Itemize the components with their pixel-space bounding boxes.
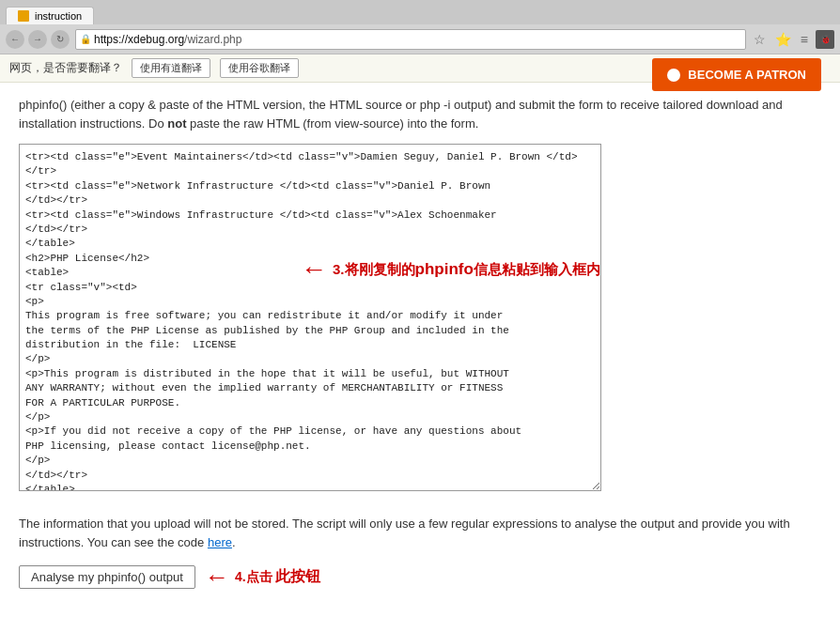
annotation-4-prefix: 4.点击 (235, 569, 276, 584)
intro-text-2: paste the raw HTML (from view-source) in… (186, 116, 478, 131)
page-intro: phpinfo() (either a copy & paste of the … (19, 96, 821, 132)
translation-prompt: 网页，是否需要翻译？ (9, 60, 122, 76)
intro-not: not (167, 116, 186, 131)
annotation-4-click: 此按钮 (275, 568, 320, 584)
patron-icon (667, 69, 680, 82)
forward-button[interactable]: → (28, 30, 47, 49)
tab-title: instruction (35, 10, 82, 22)
bottom-section: The information that you upload will not… (19, 503, 821, 592)
url-display: https://xdebug.org/wizard.php (94, 33, 241, 46)
url-domain: https://xdebug.org (94, 33, 184, 46)
nav-buttons: ← → ↻ (6, 30, 70, 49)
back-button[interactable]: ← (6, 30, 24, 49)
phpinfo-section: <tr><td class="e">Event Maintainers</td>… (19, 144, 821, 494)
bookmark-star-icon[interactable]: ☆ (752, 30, 768, 49)
annotation-4: ← 4.点击 此按钮 (205, 563, 321, 592)
youdao-translate-button[interactable]: 使用有道翻译 (132, 58, 210, 78)
analyse-button[interactable]: Analyse my phpinfo() output (19, 565, 195, 589)
info-text-1: The information that you upload will not… (19, 517, 790, 549)
arrow-right-icon: ← (205, 563, 229, 592)
menu-icon[interactable]: ≡ (799, 30, 810, 49)
become-patron-button[interactable]: BECOME A PATRON (652, 58, 821, 91)
analyse-section: Analyse my phpinfo() output ← 4.点击 此按钮 (19, 563, 821, 592)
patron-label: BECOME A PATRON (688, 68, 806, 82)
tab-favicon (18, 10, 29, 22)
address-bar[interactable]: 🔒 https://xdebug.org/wizard.php (75, 29, 746, 50)
page-content: BECOME A PATRON phpinfo() (either a copy… (0, 83, 840, 617)
browser-tab[interactable]: instruction (6, 7, 94, 24)
bookmark-icon[interactable]: ⭐ (773, 30, 793, 49)
annotation-4-text: 4.点击 此按钮 (235, 567, 321, 587)
lock-icon: 🔒 (80, 34, 91, 44)
google-translate-button[interactable]: 使用谷歌翻译 (220, 58, 299, 78)
here-link[interactable]: here (208, 535, 232, 549)
phpinfo-textarea[interactable]: <tr><td class="e">Event Maintainers</td>… (19, 144, 601, 491)
info-text: The information that you upload will not… (19, 515, 821, 551)
url-path: /wizard.php (184, 33, 241, 46)
info-text-2: . (232, 535, 236, 549)
reload-button[interactable]: ↻ (51, 30, 70, 49)
extension-icon[interactable]: 🐞 (816, 30, 834, 49)
